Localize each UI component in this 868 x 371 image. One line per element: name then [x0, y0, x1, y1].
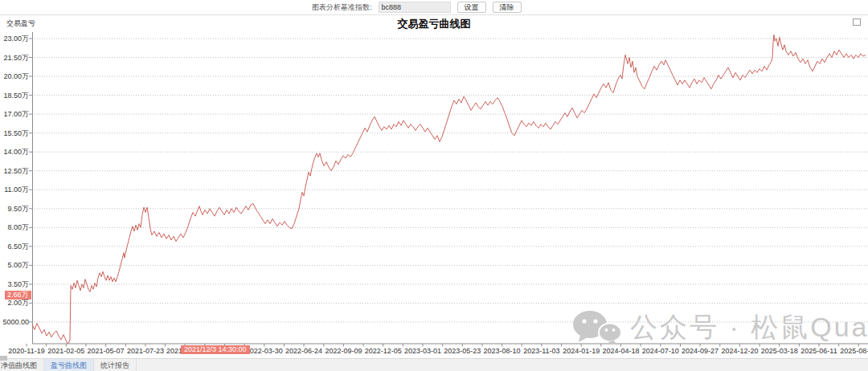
tab-net-value-curve[interactable]: 净值曲线图 — [0, 359, 44, 371]
y-tick-label: 18.50万 — [3, 92, 29, 100]
y-tick-label: 20.00万 — [3, 72, 29, 80]
y-tick-label: 15.50万 — [3, 129, 29, 137]
x-tick-label: 2022-12-05 — [365, 347, 402, 355]
x-tick-label: 2022-06-24 — [285, 347, 322, 355]
benchmark-index-label: 图表分析基准指数: — [312, 2, 372, 13]
x-tick-label: 2021 — [166, 347, 182, 355]
y-tick-label: 5000.00 — [2, 318, 29, 326]
y-tick-label: 23.00万 — [3, 35, 29, 43]
tab-profit-loss-curve[interactable]: 盈亏曲线图 — [44, 359, 94, 371]
benchmark-index-input[interactable] — [379, 2, 451, 13]
y-tick-label: 11.00万 — [4, 186, 29, 194]
x-tick-label: 2023-08-10 — [484, 347, 521, 355]
y-tick-label: 5.00万 — [7, 261, 29, 269]
x-tick-label: 2025-06-11 — [800, 347, 837, 355]
x-tick-label: 2020-11-19 — [8, 347, 44, 355]
x-tick-label: 2024-09-27 — [682, 347, 719, 355]
x-tick-label: 2021-05-07 — [88, 347, 125, 355]
x-tick-label: 2024-07-10 — [642, 347, 679, 355]
x-tick-label: 2025-03-18 — [761, 347, 798, 355]
x-tick-label: 2022-09-09 — [325, 347, 362, 355]
y-tick-label: 12.50万 — [3, 167, 29, 175]
x-tick-label: 2023-03-01 — [404, 347, 441, 355]
x-tick-label: 2025-08-27 — [840, 347, 868, 355]
y-tick-label: 2.00万 — [7, 299, 29, 307]
crosshair-date-tooltip: 2021/12/3 14:30:00 — [181, 345, 250, 354]
y-axis-title: 交易盈亏 — [6, 18, 35, 29]
x-tick-label: 2023-11-03 — [523, 347, 559, 355]
tab-stats-report[interactable]: 统计报告 — [94, 359, 137, 371]
bottom-tabbar: 净值曲线图 盈亏曲线图 统计报告 — [0, 358, 868, 371]
y-tick-label: 8.00万 — [7, 223, 29, 231]
x-tick-label: 2022-03-30 — [246, 347, 283, 355]
y-tick-label: 21.50万 — [3, 54, 29, 62]
toolbar: 图表分析基准指数: 设置 清除 — [0, 0, 868, 15]
y-tick-label: 6.50万 — [7, 243, 29, 251]
settings-button[interactable]: 设置 — [457, 2, 486, 13]
y-tick-label: 9.50万 — [7, 205, 29, 213]
x-tick-label: 2023-05-23 — [444, 347, 481, 355]
scrollbar-corner — [0, 356, 7, 361]
crosshair-y-value-label: 2.66万 — [5, 291, 31, 300]
profit-loss-curve — [32, 35, 866, 343]
profit-chart-canvas[interactable]: 23.00万21.50万20.00万18.50万17.00万15.50万14.0… — [0, 0, 868, 371]
corner-box-icon[interactable] — [853, 18, 861, 26]
clear-button[interactable]: 清除 — [493, 2, 522, 13]
x-tick-label: 2021-07-23 — [127, 347, 164, 355]
y-tick-label: 3.50万 — [7, 280, 29, 288]
x-tick-label: 2024-12-20 — [721, 347, 758, 355]
x-tick-label: 2024-04-18 — [602, 347, 639, 355]
y-tick-label: 17.00万 — [3, 110, 29, 118]
y-tick-label: 14.00万 — [3, 148, 29, 156]
x-tick-label: 2024-01-19 — [563, 347, 600, 355]
x-tick-label: 2021-02-05 — [47, 347, 84, 355]
